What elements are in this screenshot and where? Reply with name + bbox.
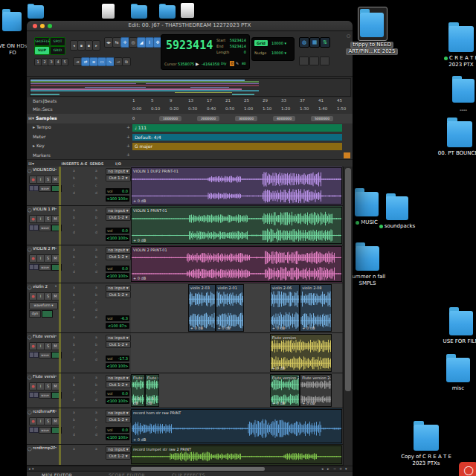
add-key-button[interactable]: +	[126, 143, 130, 148]
key-value-bar[interactable]: G major	[132, 143, 342, 150]
send-slot[interactable]: a	[95, 411, 97, 414]
send-slot[interactable]: c	[95, 390, 97, 394]
output-selector[interactable]: Out 1-2 ▾	[106, 416, 131, 423]
ruler-row-samples[interactable]: ⊞▾Samples0100000020000003000000400000050…	[27, 114, 353, 124]
send-slot[interactable]: c	[95, 300, 97, 304]
bottom-tab-score-editor[interactable]: SCORE EDITOR	[109, 472, 145, 476]
output-selector[interactable]: Out 1-2 ▾	[106, 341, 131, 348]
send-slot[interactable]: a	[95, 248, 97, 251]
edit-mode-shuffle[interactable]: SHUFFLE	[34, 37, 50, 46]
track-header[interactable]: ◯VIOLIN1DUP2P▾●ISMwaveaabbccddno input ▾…	[27, 167, 131, 205]
icon-label-use-for-film[interactable]: USE FOR FILM	[435, 338, 476, 345]
track-name[interactable]: rcrdhrnsPRINT	[33, 409, 55, 414]
input-selector[interactable]: no input ▾	[106, 285, 131, 292]
icon-label-copy-of-create[interactable]: Copy of C R E A T E2023 PTXs	[396, 454, 456, 467]
input-selector[interactable]: no input ▾	[106, 168, 131, 175]
track-list-icon[interactable]: ⊞▾	[28, 161, 34, 166]
insert-slot[interactable]: b	[73, 293, 75, 297]
folder-icon-pt-bounces[interactable]	[447, 118, 472, 147]
insert-slot[interactable]: a	[73, 335, 75, 339]
ruler-row-markers[interactable]: Markers+	[27, 152, 353, 160]
pan-display[interactable]: <100 100>	[106, 434, 129, 440]
input-selector[interactable]: no input ▾	[106, 208, 131, 214]
track-lane[interactable]: Flute version+ 0 dB	[131, 333, 342, 373]
insert-slot[interactable]: c	[73, 263, 74, 266]
insert-slot[interactable]: a	[73, 286, 75, 289]
folder-icon-copy-of-create[interactable]	[414, 421, 439, 451]
send-slot[interactable]: b	[95, 418, 97, 422]
document-icon-top-doc-2[interactable]	[181, 3, 194, 18]
ruler-row-tempo[interactable]: ▸ Tempo♩ 111+	[27, 123, 353, 134]
volume-display[interactable]: vol0.0	[106, 266, 129, 271]
output-selector[interactable]: Out 1-2 ▾	[106, 453, 131, 460]
insert-slot[interactable]: c	[73, 425, 74, 429]
window-config-button-1[interactable]	[309, 57, 319, 65]
track-name-menu-icon[interactable]: ▾	[55, 374, 57, 378]
audio-clip[interactable]: Flute version 2-08+ 0 dB	[270, 374, 300, 407]
audio-clip[interactable]: violin 2-06+ 0 dB	[270, 284, 300, 332]
bottom-tab-midi-editor[interactable]: MIDI EDITOR	[42, 472, 72, 476]
insert-slot[interactable]: d	[73, 191, 75, 195]
window-titlebar[interactable]: Edit: 00. J67 - THATSTHEDREAM 12272023 P…	[27, 21, 353, 31]
input-selector[interactable]: no input ▾	[106, 410, 131, 416]
folder-icon-top-folder-1[interactable]	[28, 4, 44, 19]
pro-tools-edit-window[interactable]: Edit: 00. J67 - THATSTHEDREAM 12272023 P…	[27, 21, 353, 476]
send-slot[interactable]: a	[95, 376, 97, 379]
audio-clip[interactable]: VIOLIN 1 DUP2 PRINT-01+ 0 dB	[131, 167, 342, 205]
send-slot[interactable]: b	[95, 343, 97, 347]
pan-display[interactable]: <100 100>	[106, 363, 129, 369]
track-header[interactable]: ◯violin 2▾●ISMwaveform ▾dynaabbccddeeno …	[27, 283, 131, 332]
icon-label-create-2023-ptx[interactable]: C R E A T E2023 PTX	[435, 55, 476, 68]
track-header[interactable]: ◯rcrdtrmp2PRINT▾aano input ▾Out 1-2 ▾	[27, 445, 131, 465]
insert-slot[interactable]: a	[73, 447, 75, 451]
track-lane[interactable]: record horn str raw PRINT+ 0 dB	[131, 408, 342, 444]
volume-display[interactable]: vol0.0	[106, 427, 129, 433]
zoom-preset-5[interactable]: 5	[61, 58, 68, 66]
track-name[interactable]: rcrdtrmp2PRINT	[33, 446, 55, 450]
input-selector[interactable]: no input ▾	[106, 247, 131, 254]
add-tempo-button[interactable]: +	[126, 124, 130, 129]
insert-slot[interactable]: a	[73, 169, 75, 173]
track-lane[interactable]: violin 2-03+ 0 dBviolin 2-01+ 0 dBviolin…	[131, 283, 342, 332]
send-slot[interactable]: c	[95, 425, 97, 429]
insert-slot[interactable]: d	[73, 433, 75, 437]
view-mini-button[interactable]: wave	[39, 185, 51, 192]
volume-display[interactable]: vol0.0	[106, 390, 129, 396]
insert-slot[interactable]: b	[73, 418, 75, 422]
track-header[interactable]: ◯rcrdhrnsPRINT▾●ISMwaveaabbccddno input …	[27, 408, 131, 444]
insert-slot[interactable]: c	[73, 223, 74, 227]
view-mini-button[interactable]: wave	[39, 264, 51, 271]
send-slot[interactable]: c	[95, 184, 97, 187]
vertical-scrollbar[interactable]	[343, 167, 353, 466]
track-name-menu-icon[interactable]: ▾	[55, 167, 57, 171]
main-counter[interactable]: 5923414	[166, 39, 213, 52]
input-selector[interactable]: no input ▾	[106, 335, 131, 341]
pan-display[interactable]: <100 100>	[106, 235, 129, 241]
send-slot[interactable]: d	[95, 270, 97, 274]
send-slot[interactable]: b	[95, 176, 97, 180]
window-config-button-2[interactable]	[320, 57, 329, 65]
pan-display[interactable]: <100 100>	[106, 273, 129, 279]
insert-slot[interactable]: c	[73, 184, 74, 187]
automation-icon[interactable]	[33, 225, 39, 231]
audio-clip[interactable]: Flute version+ 0 dB	[270, 334, 332, 372]
meter-value-bar[interactable]: Default: 4/4	[132, 134, 342, 141]
view-mini-button[interactable]: wave	[39, 352, 51, 358]
nudge-value[interactable]: 10000 ▾	[271, 51, 286, 55]
view-mini-button[interactable]: wave	[39, 427, 51, 434]
timeline-insertion-marker[interactable]	[344, 152, 350, 158]
track-name-menu-icon[interactable]: ▾	[55, 207, 57, 210]
volume-display[interactable]: vol-6.3	[106, 315, 129, 321]
insert-slot[interactable]: b	[73, 383, 75, 387]
send-slot[interactable]: c	[95, 350, 97, 354]
icon-label-trippy[interactable]: trippy to NEEDART/PIN...KE 2025	[344, 42, 400, 55]
folder-icon-music[interactable]	[355, 188, 379, 216]
audio-clip[interactable]: record horn str raw PRINT+ 0 dB	[131, 409, 342, 443]
send-slot[interactable]: d	[95, 433, 97, 437]
output-selector[interactable]: Out 1-2 ▾	[106, 292, 131, 298]
insert-slot[interactable]: b	[73, 176, 75, 180]
audio-clip[interactable]: Flute ver+ 0 dB	[145, 374, 160, 407]
audio-clip[interactable]: violin 2-01+ 0 dB	[216, 284, 244, 332]
track-header[interactable]: ◯Flute version▾●ISMwaveaabbccddno input …	[27, 333, 131, 373]
automation-icon[interactable]	[33, 352, 39, 358]
